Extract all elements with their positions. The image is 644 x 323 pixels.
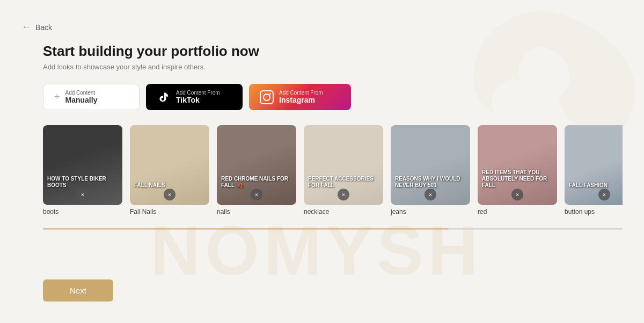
content-label: red [478,208,557,216]
main-content: Start building your portfolio now Add lo… [43,43,623,229]
tiktok-bold-label: TikTok [176,96,200,104]
page-title: Start building your portfolio now [43,43,623,60]
back-label: Back [35,23,52,32]
thumb-overlay-text: Perfect Accessories for Fall [308,176,379,189]
page-subtitle: Add looks to showcase your style and ins… [43,63,623,71]
manually-bold-label: Manually [65,96,98,104]
back-arrow-icon: ← [21,21,31,33]
tiktok-text-group: Add Content From TikTok [176,90,220,104]
next-button[interactable]: Next [43,279,113,302]
content-thumbnail: HOW TO STYLE BIKER BOOTS× [43,125,122,205]
thumb-overlay-text: RED CHROME NAILS FOR FALL 🍂 [221,176,292,189]
manually-text-group: Add Content Manually [65,90,98,104]
remove-item-button[interactable]: × [77,189,89,200]
list-item: Perfect Accessories for Fall×necklace [304,125,383,216]
content-label: nails [217,208,296,216]
content-label: button ups [565,208,623,216]
content-label: Fall Nails [130,208,209,216]
content-label: jeans [391,208,470,216]
thumb-overlay-text: FALL Fashion [569,182,623,189]
remove-item-button[interactable]: × [425,189,436,200]
content-thumbnail: FALL Fashion× [565,125,623,205]
list-item: FALL Fashion×button ups [565,125,623,216]
content-thumbnail: FALL NAILS× [130,125,209,205]
thumb-overlay-text: HOW TO STYLE BIKER BOOTS [47,176,118,189]
list-item: HOW TO STYLE BIKER BOOTS×boots [43,125,122,216]
content-thumbnail: RED ITEMS THAT YOU ABSOLUTELY NEED FOR F… [478,125,557,205]
progress-divider [43,228,623,229]
content-grid: HOW TO STYLE BIKER BOOTS×bootsFALL NAILS… [43,125,623,220]
tiktok-small-label: Add Content From [176,90,220,96]
content-label: necklace [304,208,383,216]
content-thumbnail: Perfect Accessories for Fall× [304,125,383,205]
remove-item-button[interactable]: × [598,189,610,200]
add-manually-button[interactable]: + Add Content Manually [43,84,140,110]
instagram-bold-label: Instagram [279,96,315,104]
instagram-icon [260,90,274,104]
content-thumbnail: Reasons Why I Would Never Buy 501× [391,125,470,205]
remove-item-button[interactable]: × [251,189,262,200]
thumb-overlay-text: FALL NAILS [134,182,205,189]
remove-item-button[interactable]: × [338,189,349,200]
content-thumbnail: RED CHROME NAILS FOR FALL 🍂× [217,125,296,205]
list-item: RED ITEMS THAT YOU ABSOLUTELY NEED FOR F… [478,125,557,216]
list-item: RED CHROME NAILS FOR FALL 🍂×nails [217,125,296,216]
list-item: FALL NAILS×Fall Nails [130,125,209,216]
add-tiktok-button[interactable]: Add Content From TikTok [146,84,243,110]
content-label: boots [43,208,122,216]
list-item: Reasons Why I Would Never Buy 501×jeans [391,125,470,216]
thumb-overlay-text: Reasons Why I Would Never Buy 501 [395,176,466,189]
instagram-small-label: Add Content From [279,90,323,96]
tiktok-icon [157,90,171,104]
thumb-overlay-text: RED ITEMS THAT YOU ABSOLUTELY NEED FOR F… [482,169,553,189]
plus-icon: + [54,91,60,103]
remove-item-button[interactable]: × [164,189,175,200]
remove-item-button[interactable]: × [511,189,523,200]
back-button[interactable]: ← Back [21,21,52,33]
add-instagram-button[interactable]: Add Content From Instagram [249,84,351,110]
add-content-row: + Add Content Manually Add Content From … [43,84,623,110]
manually-small-label: Add Content [65,90,96,96]
instagram-text-group: Add Content From Instagram [279,90,323,104]
